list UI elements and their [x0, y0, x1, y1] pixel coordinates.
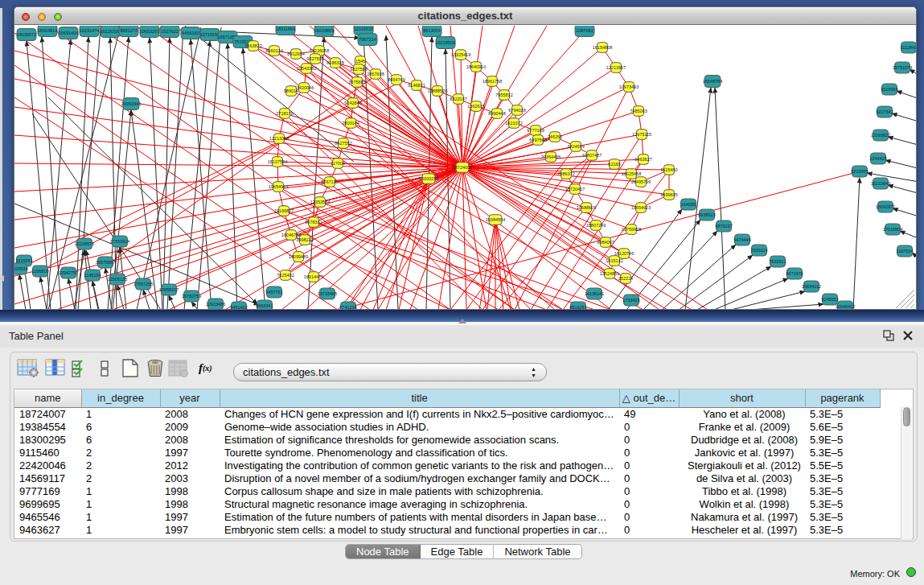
svg-text:117004: 117004: [331, 161, 345, 166]
svg-text:8322037: 8322037: [450, 97, 466, 101]
svg-text:18311864: 18311864: [276, 27, 295, 31]
svg-text:12213389: 12213389: [269, 136, 289, 141]
svg-text:18303814: 18303814: [38, 28, 57, 33]
svg-text:16210643: 16210643: [871, 181, 890, 186]
svg-text:12923486: 12923486: [206, 302, 225, 307]
svg-text:20691406: 20691406: [59, 31, 78, 35]
svg-text:18640910: 18640910: [466, 64, 486, 69]
svg-text:8454749: 8454749: [388, 77, 405, 82]
svg-text:12975115: 12975115: [632, 132, 651, 137]
svg-text:9084067: 9084067: [597, 240, 614, 245]
svg-text:16154808: 16154808: [593, 45, 612, 50]
svg-text:10688609: 10688609: [577, 205, 596, 210]
svg-text:9227342: 9227342: [876, 109, 893, 114]
svg-text:16961758: 16961758: [483, 79, 502, 84]
svg-text:2087682: 2087682: [576, 28, 593, 33]
svg-text:18724007: 18724007: [453, 165, 472, 170]
svg-text:17957255: 17957255: [133, 282, 153, 286]
svg-text:10756928: 10756928: [622, 227, 641, 232]
svg-text:1546: 1546: [355, 59, 365, 64]
svg-text:3915934: 3915934: [14, 266, 28, 271]
svg-text:16033809: 16033809: [314, 28, 334, 33]
svg-text:8938923: 8938923: [698, 212, 715, 217]
svg-text:10046412: 10046412: [836, 304, 855, 309]
svg-text:8813054: 8813054: [423, 28, 440, 33]
svg-text:1527602: 1527602: [161, 29, 178, 34]
svg-text:26495796: 26495796: [631, 179, 651, 184]
svg-text:16126330: 16126330: [101, 29, 120, 34]
svg-text:15692971: 15692971: [876, 204, 895, 209]
svg-text:7955812: 7955812: [495, 93, 512, 97]
svg-text:16120746: 16120746: [614, 251, 634, 256]
svg-text:7957224: 7957224: [359, 37, 376, 42]
svg-text:6466160: 6466160: [182, 31, 199, 35]
svg-text:19654923: 19654923: [269, 184, 288, 189]
svg-text:13325419: 13325419: [451, 52, 470, 57]
svg-text:3824554: 3824554: [567, 144, 584, 149]
svg-text:7663822: 7663822: [244, 43, 261, 48]
svg-text:11015520: 11015520: [354, 27, 373, 31]
svg-text:10654112: 10654112: [802, 284, 821, 289]
svg-text:18807249: 18807249: [586, 223, 606, 228]
svg-text:8912954: 8912954: [287, 51, 304, 56]
svg-text:20364436: 20364436: [541, 154, 561, 159]
svg-text:164095: 164095: [681, 202, 696, 207]
svg-text:8990448: 8990448: [488, 111, 505, 116]
svg-text:9699695: 9699695: [660, 192, 677, 197]
svg-text:8471676: 8471676: [786, 271, 803, 276]
svg-text:15720407: 15720407: [565, 187, 585, 192]
svg-text:1733426: 1733426: [622, 298, 639, 303]
svg-text:20206576: 20206576: [75, 241, 94, 246]
svg-text:10973493: 10973493: [619, 84, 639, 89]
svg-text:39975887: 39975887: [96, 260, 115, 265]
svg-text:6794028: 6794028: [508, 108, 525, 113]
svg-text:16914479: 16914479: [304, 274, 323, 279]
svg-text:19166827: 19166827: [274, 208, 294, 213]
svg-text:10025458: 10025458: [622, 171, 641, 176]
svg-text:9327508: 9327508: [350, 67, 367, 72]
svg-text:3498222: 3498222: [296, 237, 313, 242]
svg-text:10653267: 10653267: [140, 29, 159, 34]
svg-text:16107554: 16107554: [268, 159, 287, 164]
svg-text:10231474: 10231474: [80, 28, 99, 33]
svg-text:7632621: 7632621: [769, 259, 786, 264]
svg-text:746266: 746266: [548, 134, 562, 139]
svg-text:989014: 989014: [284, 89, 298, 93]
svg-text:7986372: 7986372: [557, 171, 574, 176]
svg-text:13524851: 13524851: [600, 271, 619, 276]
svg-text:9474444: 9474444: [733, 237, 750, 242]
svg-text:9327505: 9327505: [306, 56, 323, 61]
svg-text:1112843: 1112843: [901, 45, 916, 50]
svg-text:19654923: 19654923: [631, 205, 651, 210]
svg-text:9115460: 9115460: [660, 167, 677, 172]
svg-text:9242848: 9242848: [344, 101, 361, 105]
svg-text:10807487: 10807487: [582, 153, 602, 158]
svg-text:9457791: 9457791: [265, 290, 282, 295]
svg-text:12093822: 12093822: [871, 133, 890, 138]
svg-text:3315061: 3315061: [15, 258, 32, 263]
svg-text:2718176: 2718176: [276, 111, 293, 116]
svg-text:6879197: 6879197: [715, 224, 732, 229]
svg-text:53226058: 53226058: [310, 48, 329, 53]
svg-text:62160: 62160: [608, 162, 620, 167]
svg-text:9146821: 9146821: [408, 83, 425, 88]
svg-text:15888520: 15888520: [428, 89, 447, 93]
svg-text:2867608: 2867608: [367, 72, 384, 76]
svg-text:10719155: 10719155: [200, 32, 220, 37]
svg-text:1167534: 1167534: [896, 249, 913, 253]
svg-text:12213967: 12213967: [606, 65, 626, 70]
svg-text:1362615: 1362615: [467, 104, 484, 109]
svg-text:(x): (x): [203, 364, 212, 373]
svg-text:24035572: 24035572: [17, 32, 36, 37]
svg-text:16648784: 16648784: [703, 79, 722, 84]
svg-text:14136141: 14136141: [585, 291, 604, 296]
svg-text:7625402: 7625402: [277, 273, 294, 278]
svg-text:8427552: 8427552: [335, 141, 351, 146]
svg-text:13716485: 13716485: [318, 291, 337, 296]
svg-text:9777169: 9777169: [527, 128, 544, 133]
svg-text:2935114: 2935114: [750, 248, 767, 253]
svg-text:8816251: 8816251: [569, 305, 586, 309]
svg-text:9463627: 9463627: [634, 157, 651, 162]
svg-text:17016504: 17016504: [883, 227, 902, 232]
svg-text:1621072: 1621072: [505, 121, 522, 126]
